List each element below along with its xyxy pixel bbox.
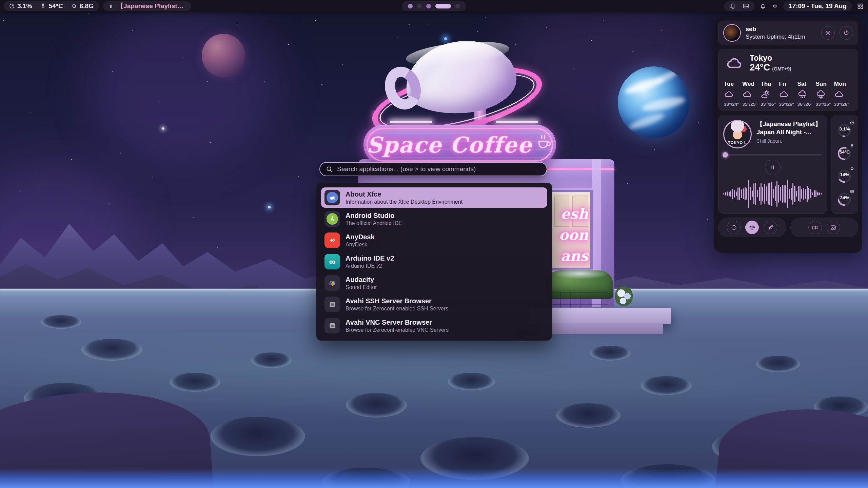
cloud-icon <box>742 89 752 100</box>
wallpaper-icon[interactable] <box>742 2 750 10</box>
balanced-mode-button[interactable] <box>745 221 759 234</box>
stat-value: 6.8G <box>80 2 94 10</box>
forecast-day-tue: Tue 33°/24° <box>724 81 742 107</box>
now-playing-widget[interactable]: 【Japanese Playlist】 J... <box>103 1 191 11</box>
weather-timezone: (GMT+9) <box>772 66 791 72</box>
app-list-item[interactable]: ∞Arduino IDE v2Arduino IDE v2 <box>321 251 547 272</box>
stat-ram: 6.8G <box>71 2 94 10</box>
workspace-dot-3[interactable] <box>426 4 431 8</box>
stat-cpu: 3.1% <box>9 2 32 10</box>
flower-bush <box>615 286 633 306</box>
workspace-dot-1[interactable] <box>408 4 413 8</box>
app-name: Arduino IDE v2 <box>346 254 394 263</box>
power-icon <box>843 29 850 36</box>
forecast-day-thu: Thu 33°/26° <box>761 81 779 107</box>
app-list-item[interactable]: AnyDeskAnyDesk <box>321 230 547 250</box>
crater <box>170 373 220 392</box>
forecast-temps: 35°/26° <box>779 102 794 107</box>
app-list-item[interactable]: Avahi VNC Server BrowserBrowse for Zeroc… <box>321 316 547 336</box>
workspace-switcher[interactable] <box>402 1 466 11</box>
forecast-day-fri: Fri 35°/26° <box>779 81 797 107</box>
avahi-app-icon <box>324 318 340 333</box>
forecast-temps: 33°/26° <box>834 102 849 107</box>
purple-planet <box>202 34 245 77</box>
system-stats-widget[interactable]: 3.1%54°C6.8G <box>3 1 99 11</box>
forecast-temps: 36°/26° <box>797 102 813 107</box>
chip-icon <box>848 165 856 172</box>
app-list-item[interactable]: About XfceInformation about the Xfce Des… <box>321 187 547 208</box>
gauge-ram: 14% <box>835 166 854 186</box>
app-list-item[interactable]: Avahi SSH Server BrowserBrowse for Zeroc… <box>321 294 547 314</box>
app-description: Sound Editor <box>346 284 377 291</box>
gauge-cpu: 3.1% <box>835 120 854 140</box>
track-progress-bar[interactable] <box>723 154 822 156</box>
forecast-day-label: Thu <box>761 81 771 87</box>
xfce-app-icon <box>324 190 340 205</box>
speedometer-icon <box>731 224 737 231</box>
play-pause-button[interactable] <box>765 160 781 175</box>
forecast-day-wed: Wed 35°/25° <box>742 81 761 107</box>
system-tray[interactable] <box>724 1 755 11</box>
forecast-day-label: Sun <box>816 81 827 87</box>
user-card: seb System Uptime: 4h11m <box>718 21 858 45</box>
gauge-icon <box>848 119 856 126</box>
search-icon <box>326 165 333 173</box>
crater <box>81 339 142 361</box>
gauge-disk: 24% <box>835 189 854 209</box>
screenshot-button[interactable] <box>827 221 840 234</box>
forecast-day-label: Tue <box>724 81 734 87</box>
gauge-value: 14% <box>835 172 854 177</box>
forecast-day-mon: Mon 33°/26° <box>834 81 852 107</box>
image-icon <box>830 224 836 231</box>
screen-record-button[interactable] <box>808 221 822 234</box>
album-art-caption: TOKYO L <box>724 141 751 145</box>
gauge-icon <box>9 3 15 9</box>
neon-sign: Space Coffee <box>363 125 556 165</box>
forecast-day-label: Sat <box>797 81 806 87</box>
power-button[interactable] <box>840 26 853 40</box>
workspace-dot-2[interactable] <box>417 4 422 8</box>
system-gauges: 3.1% 54°C 14% 24% <box>831 115 858 214</box>
notifications-bell-icon[interactable] <box>759 2 767 10</box>
forecast-temps: 35°/25° <box>742 102 757 107</box>
workspace-dot-5[interactable] <box>455 4 460 8</box>
search-bar[interactable] <box>319 162 547 176</box>
avatar[interactable] <box>723 24 741 42</box>
crater <box>641 376 692 395</box>
shop-window: eshoonans <box>549 190 593 270</box>
device-sync-icon[interactable] <box>729 2 736 10</box>
storm-icon <box>816 89 826 100</box>
weather-widget: Tokyo 24°C(GMT+9) Tue 33°/24°Wed 35°/25°… <box>718 49 858 111</box>
video-camera-icon <box>812 224 818 231</box>
app-list-item[interactable]: Android StudioThe official Android IDE <box>321 209 547 229</box>
thermometer-icon <box>40 3 46 9</box>
app-description: Browse for Zeroconf-enabled SSH Servers <box>346 305 448 312</box>
search-input[interactable] <box>337 165 541 173</box>
crater <box>448 373 495 390</box>
cloud-icon <box>724 89 734 100</box>
topbar: 3.1%54°C6.8G 【Japanese Playlist】 J... <box>0 0 868 12</box>
app-grid-icon[interactable] <box>856 2 865 11</box>
track-subtitle: Chill Japan. <box>756 138 822 144</box>
cloud-icon <box>834 89 844 100</box>
small-moon <box>181 129 195 143</box>
workspace-dot-4[interactable] <box>435 4 451 8</box>
progress-knob[interactable] <box>723 152 728 158</box>
performance-mode-button[interactable] <box>727 221 741 234</box>
chip-icon <box>71 3 77 9</box>
album-art[interactable]: TOKYO L <box>723 120 752 148</box>
app-list-item[interactable]: AudacitySound Editor <box>321 273 547 293</box>
app-name: AnyDesk <box>346 233 375 241</box>
settings-gear-button[interactable] <box>821 26 835 40</box>
volume-icon[interactable] <box>771 2 779 10</box>
gauge-temp: 54°C <box>835 143 854 163</box>
bright-star <box>444 37 447 40</box>
app-description: AnyDesk <box>346 241 375 248</box>
powersave-mode-button[interactable] <box>764 221 777 234</box>
gauge-value: 24% <box>835 195 854 200</box>
bright-star <box>162 127 164 129</box>
clock[interactable]: 17:09 - Tue, 19 Aug <box>783 1 852 11</box>
pause-icon <box>770 164 776 170</box>
gauge-value: 3.1% <box>835 126 854 131</box>
audio-visualizer <box>723 179 822 209</box>
